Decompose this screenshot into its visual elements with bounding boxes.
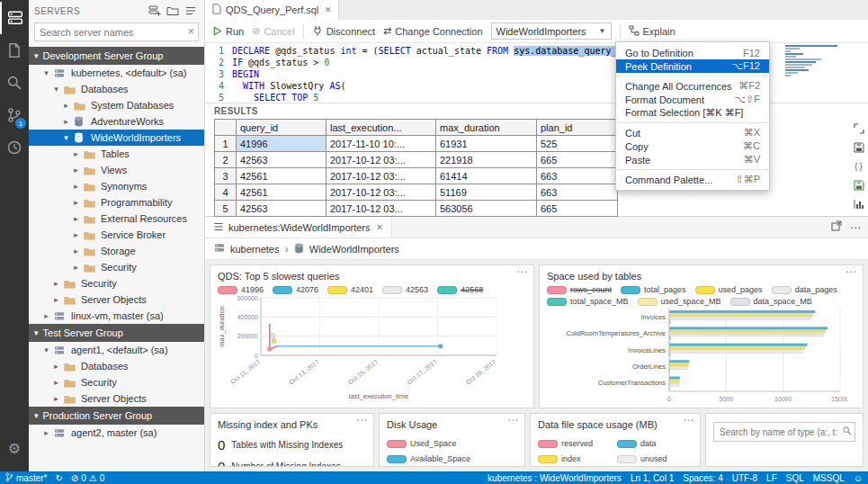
grid-cell[interactable]: 2017-10-12 03:... bbox=[327, 168, 436, 184]
grid-cell[interactable]: 2017-10-12 03... bbox=[327, 201, 436, 217]
grid-cell[interactable]: 665 bbox=[537, 201, 618, 217]
legend-item[interactable]: used_space_MB bbox=[638, 297, 721, 306]
database-dropdown[interactable]: WideWorldImporters ▼ bbox=[491, 22, 612, 40]
search-icon[interactable] bbox=[0, 67, 29, 99]
widget-more-icon[interactable]: ⋯ bbox=[356, 414, 368, 426]
menu-item[interactable]: Format Selection [⌘K ⌘F] bbox=[616, 106, 769, 120]
legend-item[interactable]: 41996 bbox=[218, 285, 264, 294]
legend-item[interactable]: data_pages bbox=[772, 285, 837, 294]
menu-item[interactable]: Cut⌘X bbox=[616, 126, 769, 139]
grid-column-header[interactable]: plan_id bbox=[537, 120, 618, 136]
change-connection-button[interactable]: ⇄ Change Connection bbox=[383, 25, 482, 37]
grid-column-header[interactable]: last_execution... bbox=[327, 120, 436, 136]
widget-more-icon[interactable]: ⋯ bbox=[516, 265, 528, 278]
cursor-position[interactable]: Ln 1, Col 1 bbox=[631, 473, 674, 483]
grid-cell[interactable]: 42563 bbox=[237, 152, 327, 168]
new-server-group-icon[interactable] bbox=[165, 4, 181, 18]
server-group-header[interactable]: ▾Production Server Group bbox=[29, 407, 204, 425]
grid-row-number[interactable]: 3 bbox=[215, 168, 237, 184]
tree-item[interactable]: ▸Security bbox=[29, 374, 204, 390]
grid-cell[interactable]: 221918 bbox=[436, 152, 537, 168]
legend-item[interactable]: reserved bbox=[538, 439, 613, 448]
eol-indicator[interactable]: LF bbox=[766, 473, 777, 483]
problems-indicator[interactable]: ⊘0 ⚠0 bbox=[71, 473, 104, 483]
widget-more-icon[interactable]: ⋯ bbox=[683, 414, 694, 426]
legend-item[interactable]: total_pages bbox=[621, 285, 686, 294]
grid-cell[interactable]: 663 bbox=[537, 184, 618, 201]
legend-item[interactable]: rows_count bbox=[547, 285, 612, 294]
legend-item[interactable]: 42563 bbox=[382, 285, 428, 294]
clear-search-icon[interactable]: × bbox=[188, 25, 194, 38]
legend-item[interactable]: data_space_MB bbox=[730, 297, 812, 306]
menu-item[interactable]: Command Palette...⇧⌘P bbox=[616, 173, 769, 186]
tree-item[interactable]: ▸External Resources bbox=[29, 211, 204, 227]
history-icon[interactable] bbox=[0, 131, 29, 164]
settings-gear-icon[interactable]: ⚙ bbox=[0, 432, 29, 464]
tree-item[interactable]: ▸Server Objects bbox=[29, 291, 204, 308]
legend-item[interactable]: Available_Space bbox=[387, 454, 470, 463]
tree-item[interactable]: ▾WideWorldImporters bbox=[29, 130, 204, 146]
legend-item[interactable]: total_space_MB bbox=[547, 297, 629, 306]
grid-cell[interactable]: 525 bbox=[537, 136, 618, 152]
grid-column-header[interactable]: query_id bbox=[237, 120, 327, 136]
tab-qds-query-perf[interactable]: QDS_Query_Perf.sql × bbox=[205, 0, 339, 20]
save-excel-icon[interactable] bbox=[852, 179, 865, 192]
tree-item[interactable]: ▸AdventureWorks bbox=[29, 113, 204, 130]
grid-cell[interactable]: 42563 bbox=[237, 201, 327, 217]
breadcrumb-server[interactable]: kubernetes bbox=[230, 244, 279, 255]
grid-cell[interactable]: 41996 bbox=[237, 136, 327, 152]
widget-more-icon[interactable]: ⋯ bbox=[507, 414, 519, 426]
tree-item[interactable]: ▾kubernetes, <default> (sa) bbox=[29, 65, 204, 81]
object-search-input[interactable] bbox=[713, 422, 855, 442]
tree-item[interactable]: ▾agent1, <default> (sa) bbox=[29, 342, 204, 358]
maximize-icon[interactable] bbox=[852, 122, 865, 135]
grid-cell[interactable]: 2017-10-12 03:... bbox=[327, 152, 436, 168]
cancel-button[interactable]: ⊘ Cancel bbox=[252, 25, 294, 37]
tree-item[interactable]: ▸Security bbox=[29, 259, 204, 275]
grid-cell[interactable]: 563056 bbox=[436, 201, 537, 217]
grid-row-number[interactable]: 2 bbox=[215, 152, 237, 168]
grid-cell[interactable]: 42561 bbox=[237, 184, 327, 201]
grid-cell[interactable]: 51169 bbox=[436, 184, 537, 201]
close-tab-icon[interactable]: × bbox=[325, 4, 331, 16]
grid-cell[interactable]: 2017-11-10 10:... bbox=[327, 136, 436, 152]
legend-item[interactable]: 42076 bbox=[273, 285, 318, 294]
legend-item[interactable]: used_pages bbox=[695, 285, 763, 294]
breadcrumb-database[interactable]: WideWorldImporters bbox=[309, 244, 399, 255]
menu-item[interactable]: Copy⌘C bbox=[616, 139, 769, 153]
legend-item[interactable]: 42568 bbox=[437, 285, 483, 294]
more-actions-icon[interactable]: ⋯ bbox=[850, 221, 861, 234]
tree-item[interactable]: ▸Service Broker bbox=[29, 227, 204, 243]
language-mode[interactable]: SQL bbox=[786, 473, 804, 483]
tree-item[interactable]: ▸Storage bbox=[29, 243, 204, 259]
disconnect-button[interactable]: Disconnect bbox=[312, 25, 375, 38]
git-branch[interactable]: master* bbox=[5, 472, 47, 484]
grid-corner[interactable] bbox=[215, 120, 237, 136]
encoding[interactable]: UTF-8 bbox=[732, 473, 757, 483]
open-in-editor-icon[interactable] bbox=[831, 220, 842, 234]
close-tab-icon[interactable]: × bbox=[377, 221, 383, 234]
grid-cell[interactable]: 663 bbox=[537, 168, 618, 184]
save-json-icon[interactable]: { } bbox=[852, 160, 865, 173]
tree-item[interactable]: ▸Views bbox=[29, 162, 204, 178]
tree-item[interactable]: ▸System Databases bbox=[29, 97, 204, 113]
tree-item[interactable]: ▸Programmability bbox=[29, 194, 204, 211]
server-group-header[interactable]: ▾Test Server Group bbox=[29, 324, 204, 342]
tree-item[interactable]: ▸linux-vm, master (sa) bbox=[29, 308, 204, 324]
server-group-header[interactable]: ▾Development Server Group bbox=[29, 47, 204, 65]
indentation[interactable]: Spaces: 4 bbox=[683, 473, 722, 483]
tree-item[interactable]: ▸Security bbox=[29, 275, 204, 291]
tree-item[interactable]: ▸Server Objects bbox=[29, 390, 204, 407]
run-button[interactable]: Run bbox=[212, 26, 244, 37]
connection-status[interactable]: kubernetes : WideWorldImporters bbox=[488, 473, 622, 483]
grid-column-header[interactable]: max_duration bbox=[436, 120, 537, 136]
minimap[interactable] bbox=[785, 45, 839, 77]
grid-row-number[interactable]: 1 bbox=[215, 136, 237, 152]
widget-more-icon[interactable]: ⋯ bbox=[846, 265, 857, 278]
menu-item[interactable]: Peek Definition⌥F12 bbox=[616, 59, 769, 73]
legend-item[interactable]: data bbox=[617, 439, 693, 448]
grid-cell[interactable]: 61414 bbox=[436, 168, 537, 184]
grid-cell[interactable]: 61931 bbox=[436, 136, 537, 152]
legend-item[interactable]: index bbox=[538, 454, 613, 463]
active-connections-icon[interactable] bbox=[183, 4, 199, 18]
